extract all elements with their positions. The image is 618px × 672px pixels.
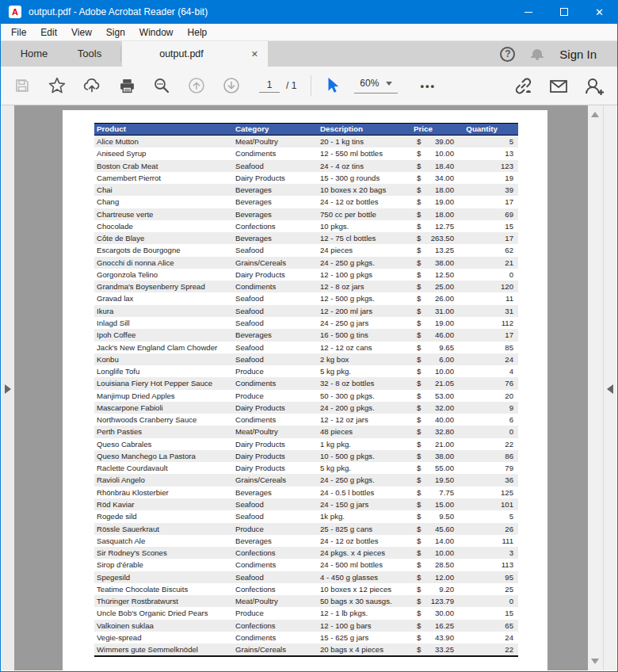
menu-item-sign[interactable]: Sign (99, 24, 132, 41)
table-row: Boston Crab MeatSeafood24 - 4 oz tins$18… (94, 160, 518, 172)
menu-item-view[interactable]: View (64, 24, 99, 41)
cell-price: $263.50 (410, 232, 460, 244)
cell-description: 750 cc per bottle (320, 208, 410, 220)
currency-symbol: $ (417, 353, 421, 365)
save-button[interactable] (13, 77, 31, 94)
table-row: Louisiana Fiery Hot Pepper SauceCondimen… (94, 377, 518, 389)
scroll-up-icon[interactable] (591, 112, 599, 117)
cell-category: Seafood (235, 305, 320, 317)
table-row: Sirop d'érableCondiments24 - 500 ml bott… (94, 559, 518, 571)
cell-product: Queso Manchego La Pastora (94, 450, 235, 462)
maximize-button[interactable] (546, 0, 582, 24)
table-row: Gorgonzola TelinoDairy Products12 - 100 … (94, 269, 518, 281)
cell-product: Côte de Blaye (94, 232, 235, 244)
right-panel-rail[interactable] (603, 105, 616, 670)
share-cloud-button[interactable] (83, 77, 101, 94)
scroll-down-icon[interactable] (591, 659, 599, 664)
help-icon[interactable]: ? (500, 47, 515, 62)
minimize-button[interactable] (510, 0, 546, 24)
tab-home[interactable]: Home (12, 41, 56, 67)
cell-product: Chai (94, 184, 235, 196)
price-amount: 9.65 (439, 342, 454, 353)
cell-quantity: 22 (460, 643, 518, 655)
vertical-scrollbar[interactable] (588, 105, 603, 670)
currency-symbol: $ (417, 208, 421, 220)
cell-category: Dairy Products (235, 438, 320, 450)
more-tools-button[interactable]: ••• (420, 80, 436, 92)
cell-price: $53.00 (410, 390, 460, 402)
tab-tools[interactable]: Tools (67, 41, 112, 67)
close-button[interactable]: ✕ (582, 0, 617, 24)
menu-item-edit[interactable]: Edit (33, 24, 64, 41)
tab-bar: Home Tools output.pdf ✕ ? Sign In (1, 41, 617, 67)
cell-price: $10.00 (410, 547, 460, 559)
cell-quantity: 85 (460, 342, 518, 353)
print-button[interactable] (118, 77, 135, 94)
expand-right-panel-icon[interactable] (607, 384, 613, 394)
previous-page-button[interactable] (188, 77, 205, 94)
cell-quantity: 11 (460, 292, 518, 304)
tab-divider (120, 46, 121, 62)
expand-left-panel-icon[interactable] (5, 384, 11, 394)
menu-item-file[interactable]: File (4, 24, 33, 41)
sign-in-button[interactable]: Sign In (559, 48, 597, 61)
left-panel-rail[interactable] (2, 105, 14, 670)
send-email-button[interactable] (549, 77, 568, 96)
acrobat-window: A output.pdf - Adobe Acrobat Reader (64-… (0, 0, 618, 672)
price-amount: 45.60 (435, 523, 454, 535)
cell-category: Dairy Products (235, 269, 320, 281)
cell-price: $9.50 (410, 510, 460, 522)
pointer-icon (325, 77, 341, 94)
price-amount: 13.25 (435, 244, 454, 256)
cell-product: Vegie-spread (94, 632, 235, 643)
cell-category: Condiments (235, 377, 320, 389)
share-link-button[interactable] (514, 77, 533, 96)
cell-quantity: 21 (460, 257, 518, 269)
cell-price: $21.05 (410, 377, 460, 389)
cell-description: 15 - 300 g rounds (320, 172, 410, 184)
cell-price: $16.25 (410, 620, 460, 632)
price-amount: 40.00 (435, 414, 454, 426)
cell-quantity: 22 (460, 438, 518, 450)
menu-item-help[interactable]: Help (181, 24, 215, 41)
tab-document[interactable]: output.pdf ✕ (122, 41, 268, 67)
cell-description: 24 - 250 g pkgs. (320, 474, 410, 486)
cell-product: Escargots de Bourgogne (94, 244, 235, 256)
cell-price: $40.00 (410, 414, 460, 426)
cell-description: 15 - 625 g jars (320, 632, 410, 643)
cell-product: Chang (94, 196, 235, 208)
star-icon (48, 77, 66, 94)
price-amount: 123.79 (431, 595, 454, 607)
maximize-icon (560, 8, 568, 16)
currency-symbol: $ (417, 426, 421, 437)
currency-symbol: $ (417, 292, 421, 304)
next-page-button[interactable] (223, 77, 240, 94)
cell-product: Röd Kaviar (94, 498, 235, 510)
cell-price: $18.00 (410, 184, 460, 196)
table-row: Queso CabralesDairy Products1 kg pkg.$21… (94, 438, 518, 450)
price-amount: 26.00 (435, 292, 454, 304)
cell-description: 24 pkgs. x 4 pieces (320, 547, 410, 559)
price-amount: 55.00 (435, 462, 454, 474)
page-number-input[interactable]: 1 (259, 79, 280, 93)
cell-description: 10 pkgs. (320, 220, 410, 232)
favorites-button[interactable] (48, 77, 66, 94)
cell-description: 1k pkg. (320, 510, 410, 522)
tab-close-icon[interactable]: ✕ (251, 41, 258, 67)
cell-category: Grains/Cereals (235, 257, 320, 269)
save-icon (14, 78, 30, 94)
cell-price: $28.50 (410, 559, 460, 571)
notifications-bell-icon[interactable] (531, 48, 544, 60)
cell-product: Chocolade (94, 220, 235, 232)
cell-price: $9.65 (410, 342, 460, 353)
cell-product: Rhönbräu Klosterbier (94, 487, 235, 498)
table-row: IkuraSeafood12 - 200 ml jars$31.0031 (94, 305, 518, 317)
price-amount: 7.75 (439, 487, 454, 498)
menu-item-window[interactable]: Window (132, 24, 181, 41)
cell-price: $18.00 (410, 208, 460, 220)
find-zoom-button[interactable] (153, 77, 170, 94)
select-tool-button[interactable] (324, 77, 341, 94)
fill-sign-button[interactable] (584, 77, 605, 96)
cell-category: Seafood (235, 342, 320, 353)
zoom-level-control[interactable]: 60% (354, 78, 398, 94)
